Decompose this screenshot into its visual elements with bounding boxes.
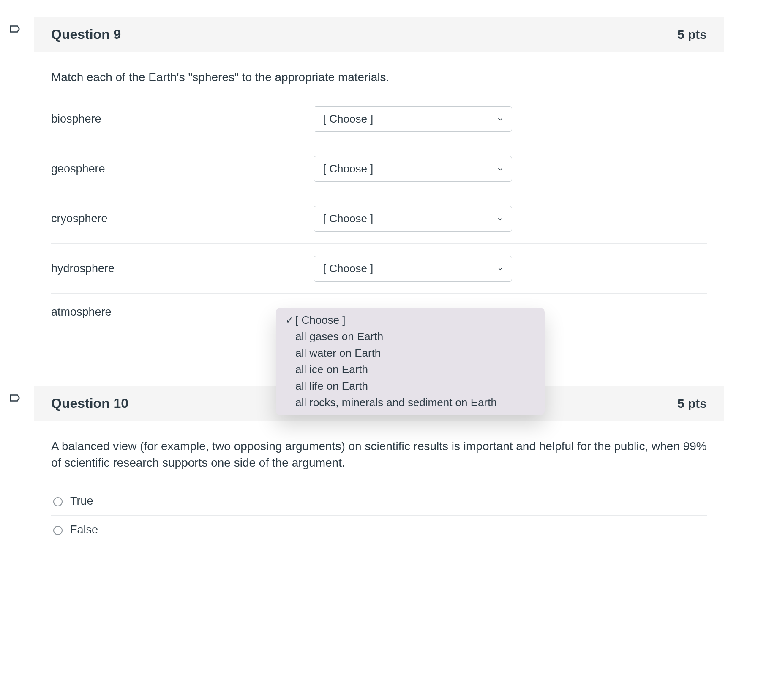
question-header: Question 9 5 pts (34, 17, 724, 52)
check-icon: ✓ (284, 315, 295, 326)
flag-icon[interactable] (8, 25, 20, 36)
question-points: 5 pts (677, 396, 707, 411)
chevron-down-icon (496, 265, 504, 273)
question-body: Match each of the Earth's "spheres" to t… (34, 52, 724, 352)
dropdown-menu-atmosphere[interactable]: ✓ [ Choose ] all gases on Earth all wate… (276, 308, 545, 415)
match-label-hydrosphere: hydrosphere (51, 262, 314, 275)
chevron-down-icon (496, 165, 504, 173)
dropdown-item[interactable]: all gases on Earth (276, 328, 545, 345)
question-body: A balanced view (for example, two opposi… (34, 421, 724, 565)
radio-label: True (70, 495, 93, 508)
dropdown-item-label: all ice on Earth (295, 363, 368, 376)
match-row: geosphere [ Choose ] (51, 144, 707, 194)
dropdown-item[interactable]: all life on Earth (276, 378, 545, 394)
quiz-container: Question 9 5 pts Match each of the Earth… (34, 17, 724, 566)
select-hydrosphere[interactable]: [ Choose ] (314, 256, 512, 282)
select-value: [ Choose ] (323, 212, 374, 225)
question-prompt: A balanced view (for example, two opposi… (51, 438, 707, 471)
select-value: [ Choose ] (323, 112, 374, 125)
dropdown-item[interactable]: all water on Earth (276, 345, 545, 361)
chevron-down-icon (496, 215, 504, 223)
match-label-biosphere: biosphere (51, 112, 314, 126)
question-title: Question 9 (51, 27, 121, 42)
question-block-9: Question 9 5 pts Match each of the Earth… (34, 17, 724, 352)
flag-icon[interactable] (8, 394, 20, 405)
select-wrap: [ Choose ] (314, 206, 512, 232)
dropdown-item-label: all life on Earth (295, 380, 368, 393)
match-row: hydrosphere [ Choose ] (51, 243, 707, 293)
match-label-atmosphere: atmosphere (51, 306, 314, 319)
match-label-geosphere: geosphere (51, 162, 314, 175)
dropdown-item-label: all gases on Earth (295, 330, 383, 343)
match-row: biosphere [ Choose ] (51, 94, 707, 144)
radio-input-false[interactable] (53, 526, 63, 535)
question-title: Question 10 (51, 396, 128, 411)
select-value: [ Choose ] (323, 262, 374, 275)
select-geosphere[interactable]: [ Choose ] (314, 156, 512, 182)
question-points: 5 pts (677, 27, 707, 42)
select-wrap: [ Choose ] (314, 156, 512, 182)
select-value: [ Choose ] (323, 162, 374, 175)
match-row: cryosphere [ Choose ] (51, 194, 707, 243)
chevron-down-icon (496, 115, 504, 123)
dropdown-item-label: all rocks, minerals and sediment on Eart… (295, 396, 497, 409)
match-label-cryosphere: cryosphere (51, 212, 314, 225)
select-wrap: [ Choose ] (314, 106, 512, 132)
radio-row-true: True (51, 487, 707, 515)
radio-input-true[interactable] (53, 497, 63, 506)
radio-row-false: False (51, 515, 707, 544)
select-biosphere[interactable]: [ Choose ] (314, 106, 512, 132)
radio-label: False (70, 523, 98, 536)
select-wrap: [ Choose ] (314, 256, 512, 282)
dropdown-item[interactable]: all ice on Earth (276, 361, 545, 378)
dropdown-item-label: all water on Earth (295, 347, 381, 360)
question-card: Question 9 5 pts Match each of the Earth… (34, 17, 724, 352)
dropdown-item-label: [ Choose ] (295, 314, 346, 327)
select-cryosphere[interactable]: [ Choose ] (314, 206, 512, 232)
question-prompt: Match each of the Earth's "spheres" to t… (51, 69, 707, 85)
dropdown-item[interactable]: ✓ [ Choose ] (276, 312, 545, 328)
dropdown-item[interactable]: all rocks, minerals and sediment on Eart… (276, 394, 545, 411)
